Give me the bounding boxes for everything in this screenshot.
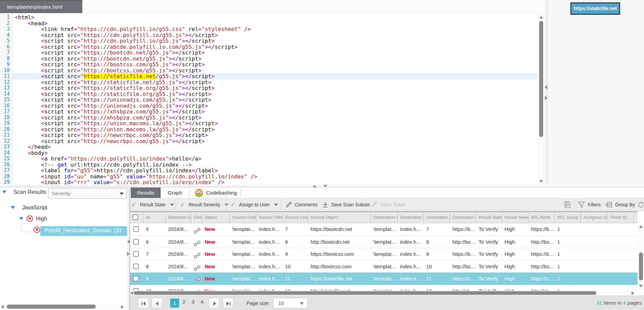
collapse-tree-icon[interactable] <box>127 240 130 244</box>
code-line-11: <script src="https://staticfile.net/g55.… <box>0 73 538 79</box>
tree-scrollbar-thumb[interactable] <box>7 305 96 309</box>
tab-graph[interactable]: Graph <box>161 187 189 198</box>
column-header-Id[interactable]: Id <box>144 212 166 223</box>
table-hscrollbar-thumb[interactable] <box>134 291 596 295</box>
tree-node-high[interactable]: High <box>36 216 47 222</box>
column-header-checkbox[interactable] <box>130 212 144 223</box>
row-checkbox[interactable] <box>133 226 139 232</box>
scroll-down-icon[interactable] <box>539 180 543 183</box>
scroll-left-icon[interactable] <box>1 305 4 309</box>
results-table-header[interactable]: IdDetection DateDirectionStatusSource Fo… <box>130 211 638 223</box>
scroll-left-icon[interactable] <box>130 291 133 295</box>
prev-page-button[interactable] <box>152 298 162 309</box>
horizontal-splitter[interactable] <box>0 184 644 187</box>
code-line-1: <html> <box>0 14 538 21</box>
result-row-9[interactable]: 92024/8/29New\template\erpindex.html11ht… <box>130 272 638 285</box>
tab-results[interactable]: Results <box>131 187 161 198</box>
check-icon: ✓ <box>131 202 136 208</box>
column-header-Destination Object[interactable]: Destination Object <box>450 212 476 223</box>
column-header-Destination Line[interactable]: Destination Line <box>424 212 450 223</box>
column-header-Destination Filename[interactable]: Destination Filename <box>398 212 424 223</box>
column-header-Source Folder[interactable]: Source Folder <box>230 212 256 223</box>
collapse-down-icon[interactable] <box>323 185 327 187</box>
tree-node-javascript[interactable]: JavaScript <box>22 205 47 211</box>
results-panel: ResultsGraphCodebashing ✓Result State✓Re… <box>130 187 644 310</box>
tab-codebashing[interactable]: Codebashing <box>191 187 240 198</box>
table-vertical-scrollbar[interactable] <box>638 223 644 290</box>
page-size-dropdown[interactable]: 10 <box>273 298 308 308</box>
scroll-right-icon[interactable] <box>632 291 634 295</box>
scroll-right-icon[interactable] <box>121 305 124 309</box>
vertical-splitter[interactable] <box>544 0 548 187</box>
result-row-8[interactable]: 82024/8/29New\template\erpindex.html10ht… <box>130 260 638 273</box>
toolbar-comments[interactable]: Comments <box>285 198 318 211</box>
code-editor[interactable]: <html> <head> <link href="https://cdn.po… <box>0 13 538 184</box>
page-button-2[interactable]: 2 <box>183 299 185 305</box>
column-header-Status[interactable]: Status <box>202 212 230 223</box>
line-number: 10 <box>0 68 12 74</box>
page-button-4[interactable]: 4 <box>201 299 203 305</box>
scan-results-collapse-icon[interactable] <box>2 191 6 194</box>
page-button-3[interactable]: 3 <box>192 299 194 305</box>
toolbar-filters[interactable]: Filters <box>578 198 601 211</box>
toolbar-save-scan-subset[interactable]: Save Scan Subset <box>322 198 370 211</box>
expand-up-icon[interactable] <box>313 185 317 187</box>
editor-scrollbar-thumb[interactable] <box>539 21 543 137</box>
tree-horizontal-scrollbar[interactable] <box>0 304 127 310</box>
column-header-Source Line[interactable]: Source Line <box>283 212 308 223</box>
last-page-button[interactable] <box>223 298 234 309</box>
toolbar-group-by[interactable]: Group By <box>605 198 635 211</box>
file-tab[interactable]: \template\erp\index.html <box>0 0 82 13</box>
table-horizontal-scrollbar[interactable] <box>130 290 644 296</box>
column-header-Direction[interactable]: Direction <box>191 212 202 223</box>
row-checkbox[interactable] <box>133 288 139 290</box>
tree-results-splitter[interactable] <box>127 187 130 310</box>
row-checkbox[interactable] <box>133 276 139 281</box>
severity-dropdown[interactable]: Severity <box>48 188 127 199</box>
results-tabs: ResultsGraphCodebashing <box>130 187 644 198</box>
collapse-left-icon[interactable] <box>545 85 547 89</box>
table-scrollbar-thumb[interactable] <box>639 252 643 280</box>
column-header-Ticket ID[interactable]: Ticket ID <box>607 212 634 223</box>
toolbar-export[interactable] <box>564 198 574 211</box>
column-header-Source Filename[interactable]: Source Filename <box>256 212 283 223</box>
first-page-button[interactable] <box>138 298 149 309</box>
toolbar-refresh[interactable] <box>637 198 644 211</box>
column-header-BFL Group Size[interactable]: BFL Group Size <box>555 212 581 223</box>
column-header-Assigned User[interactable]: Assigned User <box>581 212 607 223</box>
toolbar-assign-to-user[interactable]: ✓Assign to User <box>231 198 278 211</box>
toolbar-result-state[interactable]: ✓Result State <box>131 198 174 211</box>
row-checkbox[interactable] <box>133 251 139 257</box>
attack-vector-badge[interactable]: https://staticfile.net <box>570 2 620 15</box>
column-header-Destination Folder[interactable]: Destination Folder <box>371 212 398 223</box>
export-icon <box>564 201 571 208</box>
column-header-Result State[interactable]: Result State <box>476 212 502 223</box>
column-header-BFL Node[interactable]: BFL Node <box>529 212 555 223</box>
result-row-7[interactable]: 72024/8/29New\template\erpindex.html9htt… <box>130 248 638 260</box>
result-row-5[interactable]: 52024/8/29New\template\erpindex.html7htt… <box>130 223 638 236</box>
expand-tree-icon[interactable] <box>127 252 130 256</box>
line-number: 16 <box>0 103 12 109</box>
code-line-17: <script src="https://xhsbpza.com/g55.js"… <box>0 109 538 115</box>
toolbar-result-severity[interactable]: ✓Result Severity <box>180 198 229 211</box>
collapse-right-icon[interactable] <box>545 96 548 100</box>
page-button-active[interactable]: 1 <box>170 299 179 308</box>
row-checkbox[interactable] <box>133 264 139 269</box>
pencil-icon <box>371 201 377 208</box>
scroll-up-icon[interactable] <box>639 225 643 228</box>
refresh-icon <box>637 201 644 208</box>
next-page-button[interactable] <box>209 298 219 309</box>
column-header-Result Severity[interactable]: Result Severity <box>502 212 529 223</box>
tree-expand-icon[interactable] <box>19 217 23 220</box>
scroll-up-icon[interactable] <box>539 16 543 19</box>
column-header-Source Object[interactable]: Source Object <box>308 212 371 223</box>
row-checkbox[interactable] <box>133 239 139 245</box>
result-row-10[interactable]: 102024/8/29New\template\erpindex.html12h… <box>130 285 638 290</box>
tree-node-polyfill[interactable]: Polyfill_Hardcoded_Domain (31 <box>45 228 122 234</box>
scroll-down-icon[interactable] <box>639 285 643 287</box>
column-header-Detection Date[interactable]: Detection Date <box>166 212 191 223</box>
tree-expand-icon[interactable] <box>11 206 15 209</box>
result-row-6[interactable]: 62024/8/29New\template\erpindex.html8htt… <box>130 236 638 248</box>
editor-vertical-scrollbar[interactable] <box>538 13 544 184</box>
select-all-checkbox[interactable] <box>132 214 138 220</box>
